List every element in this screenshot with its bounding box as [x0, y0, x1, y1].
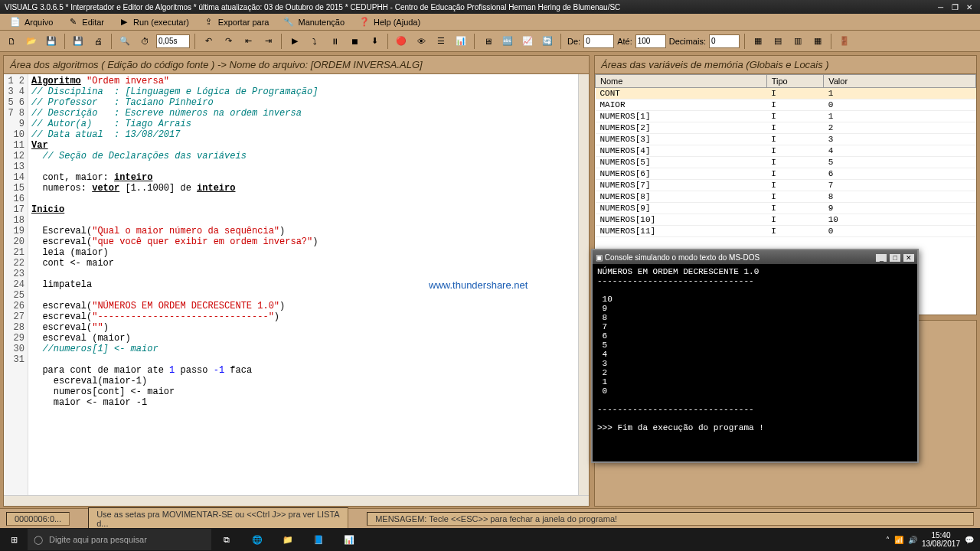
- console-minimize[interactable]: _: [876, 254, 887, 262]
- step-over-button[interactable]: ⤵: [306, 33, 323, 50]
- table-row[interactable]: MAIORI0: [596, 99, 976, 111]
- col-tipo[interactable]: Tipo: [766, 75, 824, 88]
- layout2-button[interactable]: ▤: [769, 33, 786, 50]
- separator: [111, 34, 112, 49]
- exit-button[interactable]: 🚪: [836, 33, 853, 50]
- table-row[interactable]: NUMEROS[7]I7: [596, 180, 976, 191]
- system-tray: ˄ 📶 🔊 15:40 13/08/2017 💬: [880, 531, 980, 548]
- pause-button[interactable]: ⏸: [326, 33, 343, 50]
- table-row[interactable]: NUMEROS[1]I1: [596, 111, 976, 122]
- tray-network-icon[interactable]: 📶: [894, 536, 903, 544]
- stop-button[interactable]: ⏹: [346, 33, 363, 50]
- text-button[interactable]: 🔤: [499, 33, 516, 50]
- menu-exportar[interactable]: ⇪Exportar para: [197, 15, 276, 30]
- menu-run[interactable]: ▶Run (executar): [112, 15, 195, 30]
- print-button[interactable]: 🖨: [90, 33, 106, 50]
- separator: [194, 34, 195, 49]
- console-window[interactable]: ▣ Console simulando o modo texto do MS-D…: [591, 249, 919, 463]
- decimais-input[interactable]: [709, 34, 740, 48]
- table-row[interactable]: NUMEROS[8]I8: [596, 191, 976, 203]
- console-controls: _ □ ✕: [875, 253, 914, 262]
- tray-volume-icon[interactable]: 🔊: [908, 536, 917, 544]
- visualg-icon[interactable]: 📊: [334, 528, 364, 551]
- prev-button[interactable]: ⇤: [240, 33, 256, 50]
- console-title-text: Console simulando o modo texto do MS-DOS: [605, 253, 760, 262]
- save-as-button[interactable]: 💾: [70, 33, 87, 50]
- menu-help[interactable]: ❓Help (Ajuda): [352, 15, 426, 30]
- run-icon: ▶: [118, 16, 130, 28]
- watch-button[interactable]: 👁: [413, 33, 430, 50]
- minimize-button[interactable]: ─: [934, 3, 946, 11]
- maximize-button[interactable]: ❐: [949, 3, 961, 11]
- window-titlebar: VISUALG 3.0.6.5 * Interpretador e Editor…: [0, 0, 980, 14]
- de-input[interactable]: [583, 34, 614, 48]
- console-maximize[interactable]: □: [890, 254, 900, 262]
- table-row[interactable]: NUMEROS[10]I10: [596, 214, 976, 226]
- search-box[interactable]: ◯ Digite aqui para pesquisar: [28, 529, 211, 550]
- status-hint: Use as setas pra MOVIMENTAR-SE ou <<Ctrl…: [88, 507, 348, 530]
- window-title: VISUALG 3.0.6.5 * Interpretador e Editor…: [5, 3, 620, 11]
- run-button[interactable]: ▶: [286, 33, 303, 50]
- breakpoint-button[interactable]: 🔴: [393, 33, 410, 50]
- timer-button[interactable]: ⏱: [136, 33, 153, 50]
- table-row[interactable]: NUMEROS[11]I0: [596, 226, 976, 237]
- vars-button[interactable]: ☰: [433, 33, 449, 50]
- col-nome[interactable]: Nome: [596, 75, 767, 88]
- tray-notifications-icon[interactable]: 💬: [965, 536, 974, 544]
- console-icon: ▣: [596, 253, 603, 262]
- status-position: 0000006:0...: [6, 512, 70, 526]
- export-icon: ⇪: [203, 16, 215, 28]
- new-button[interactable]: 🗋: [3, 33, 20, 50]
- save-button[interactable]: 💾: [43, 33, 60, 50]
- separator: [387, 34, 388, 49]
- timer-input[interactable]: [156, 34, 190, 48]
- de-label: De:: [567, 37, 580, 46]
- step-into-button[interactable]: ⬇: [366, 33, 383, 50]
- editor-scrollbar-horizontal[interactable]: [4, 495, 589, 506]
- start-button[interactable]: ⊞: [0, 528, 28, 551]
- close-button[interactable]: ✕: [963, 3, 975, 11]
- ate-input[interactable]: [635, 34, 666, 48]
- console-titlebar[interactable]: ▣ Console simulando o modo texto do MS-D…: [593, 250, 917, 264]
- open-button[interactable]: 📂: [23, 33, 40, 50]
- layout1-button[interactable]: ▦: [750, 33, 766, 50]
- table-row[interactable]: NUMEROS[4]I4: [596, 145, 976, 157]
- table-row[interactable]: NUMEROS[5]I5: [596, 157, 976, 168]
- separator: [744, 34, 745, 49]
- layout4-button[interactable]: ▦: [809, 33, 826, 50]
- menu-arquivo[interactable]: 📄Arquivo: [3, 15, 59, 30]
- word-icon[interactable]: 📘: [303, 528, 334, 551]
- console-output[interactable]: NÚMEROS EM ORDEM DECRESCENTE 1.0 -------…: [593, 264, 917, 461]
- monitor-button[interactable]: 🖥: [479, 33, 496, 50]
- table-row[interactable]: NUMEROS[6]I6: [596, 168, 976, 180]
- menu-editar[interactable]: ✎Editar: [60, 15, 110, 30]
- table-row[interactable]: CONTI1: [596, 88, 976, 99]
- layout3-button[interactable]: ▥: [789, 33, 806, 50]
- col-valor[interactable]: Valor: [824, 75, 976, 88]
- task-view-button[interactable]: ⧉: [211, 528, 242, 551]
- undo-button[interactable]: ↶: [200, 33, 217, 50]
- table-row[interactable]: NUMEROS[2]I2: [596, 122, 976, 134]
- tray-clock[interactable]: 15:40 13/08/2017: [922, 531, 960, 548]
- editor-scrollbar-vertical[interactable]: [578, 74, 589, 495]
- next-button[interactable]: ⇥: [260, 33, 276, 50]
- menu-manutencao[interactable]: 🔧Manutenção: [276, 15, 351, 30]
- cortana-icon: ◯: [34, 535, 43, 545]
- chart-button[interactable]: 📈: [519, 33, 536, 50]
- edit-icon: ✎: [67, 16, 79, 28]
- console-close[interactable]: ✕: [903, 254, 914, 262]
- refresh-button[interactable]: 🔄: [539, 33, 556, 50]
- taskbar: ⊞ ◯ Digite aqui para pesquisar ⧉ 🌐 📁 📘 📊…: [0, 528, 980, 551]
- separator: [64, 34, 65, 49]
- ate-label: Até:: [617, 37, 632, 46]
- chrome-icon[interactable]: 🌐: [242, 528, 273, 551]
- trace-button[interactable]: 📊: [452, 33, 469, 50]
- menubar: 📄Arquivo ✎Editar ▶Run (executar) ⇪Export…: [0, 14, 980, 31]
- table-row[interactable]: NUMEROS[9]I9: [596, 203, 976, 214]
- table-row[interactable]: NUMEROS[3]I3: [596, 134, 976, 145]
- redo-button[interactable]: ↷: [220, 33, 237, 50]
- find-button[interactable]: 🔍: [116, 33, 133, 50]
- file-icon: 📄: [9, 16, 21, 28]
- explorer-icon[interactable]: 📁: [273, 528, 303, 551]
- tray-chevron-icon[interactable]: ˄: [886, 536, 890, 544]
